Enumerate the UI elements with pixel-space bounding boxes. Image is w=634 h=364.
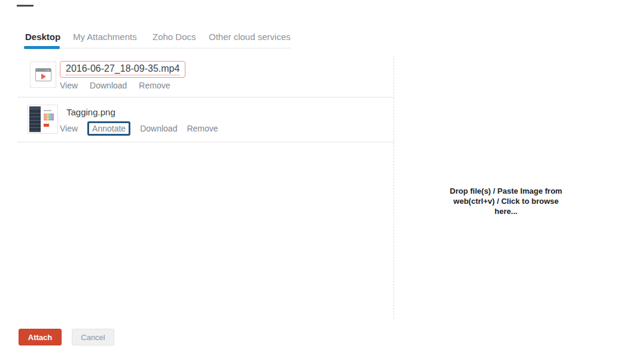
top-left-mark [17,5,33,7]
filename-text[interactable]: 2016-06-27_18-09-35.mp4 [66,63,179,75]
filename-label: Tagging.png [66,107,115,117]
attach-button[interactable]: Attach [19,329,62,345]
tab-my-attachments[interactable]: My Attachments [73,32,137,42]
cancel-button[interactable]: Cancel [72,329,114,345]
row-separator [18,142,394,142]
dropzone-line-3: here... [394,206,618,216]
video-thumbnail[interactable] [30,62,56,88]
thumbnail-color-palette [44,114,54,121]
view-link[interactable]: View [60,81,78,90]
thumbnail-red-button [44,124,49,127]
view-link[interactable]: View [60,124,78,133]
download-link[interactable]: Download [90,81,127,90]
thumbnail-title-line [44,110,51,111]
annotate-button[interactable]: Annotate [87,121,130,136]
active-tab-indicator [24,46,60,49]
window-dots [48,70,49,71]
dropzone-line-2: web(ctrl+v) / Click to browse [394,196,618,206]
download-link[interactable]: Download [140,124,177,133]
tab-other-cloud-services[interactable]: Other cloud services [209,32,291,42]
attachment-dialog: Desktop My Attachments Zoho Docs Other c… [0,0,634,364]
filename-editable-field[interactable]: 2016-06-27_18-09-35.mp4 [60,61,185,78]
file-actions-row-1: View Download Remove [60,81,170,90]
thumbnail-sidebar [29,106,41,132]
dropzone-line-1: Drop file(s) / Paste Image from [394,186,618,196]
dropzone-text: Drop file(s) / Paste Image from web(ctrl… [394,186,618,216]
remove-link[interactable]: Remove [187,124,218,133]
image-thumbnail[interactable] [28,105,58,134]
tab-zoho-docs[interactable]: Zoho Docs [153,32,196,42]
remove-link[interactable]: Remove [139,81,170,90]
video-player-icon [35,68,51,81]
play-icon [41,74,46,79]
file-actions-row-2: View Annotate Download Remove [60,121,218,136]
tab-desktop[interactable]: Desktop [25,32,60,42]
tab-bar: Desktop My Attachments Zoho Docs Other c… [0,30,634,49]
dropzone[interactable]: Drop file(s) / Paste Image from web(ctrl… [394,56,618,319]
row-separator [18,97,394,97]
tab-bottom-border [24,48,291,48]
